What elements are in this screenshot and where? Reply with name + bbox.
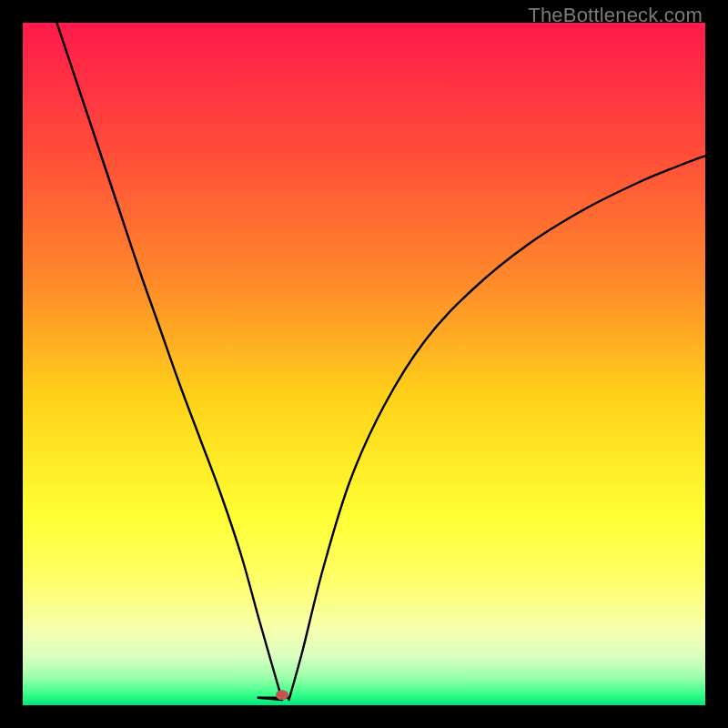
gradient-background [23, 23, 705, 705]
optimum-marker [276, 690, 288, 700]
chart-frame: TheBottleneck.com [0, 0, 728, 728]
plot-area [23, 23, 705, 705]
bottleneck-chart [23, 23, 705, 705]
